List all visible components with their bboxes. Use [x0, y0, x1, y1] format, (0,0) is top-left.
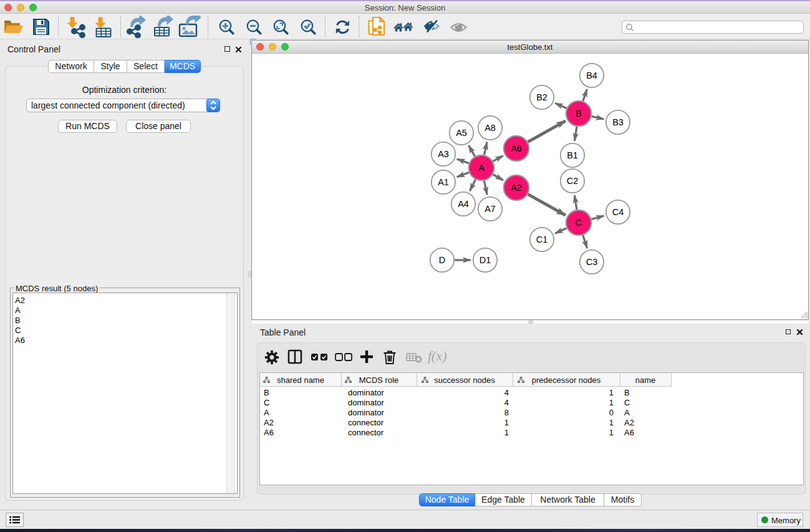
svg-text:A5: A5 [456, 128, 467, 138]
svg-text:B3: B3 [612, 117, 624, 127]
svg-text:C4: C4 [612, 207, 624, 217]
svg-text:D1: D1 [480, 255, 491, 265]
svg-text:C2: C2 [567, 176, 579, 186]
svg-text:B4: B4 [586, 70, 597, 80]
svg-text:D: D [439, 255, 445, 265]
svg-text:B1: B1 [567, 150, 578, 160]
svg-text:A6: A6 [511, 143, 522, 153]
svg-text:A2: A2 [511, 183, 522, 193]
svg-text:C3: C3 [586, 257, 598, 267]
svg-text:B2: B2 [536, 92, 547, 102]
svg-text:A8: A8 [485, 123, 496, 133]
svg-text:A4: A4 [458, 199, 469, 209]
svg-text:C1: C1 [536, 235, 548, 244]
svg-text:B: B [576, 109, 582, 118]
svg-text:A7: A7 [485, 204, 496, 214]
svg-text:C: C [576, 218, 582, 228]
svg-text:A1: A1 [438, 177, 449, 187]
svg-text:A3: A3 [438, 149, 449, 159]
svg-text:A: A [478, 163, 485, 173]
